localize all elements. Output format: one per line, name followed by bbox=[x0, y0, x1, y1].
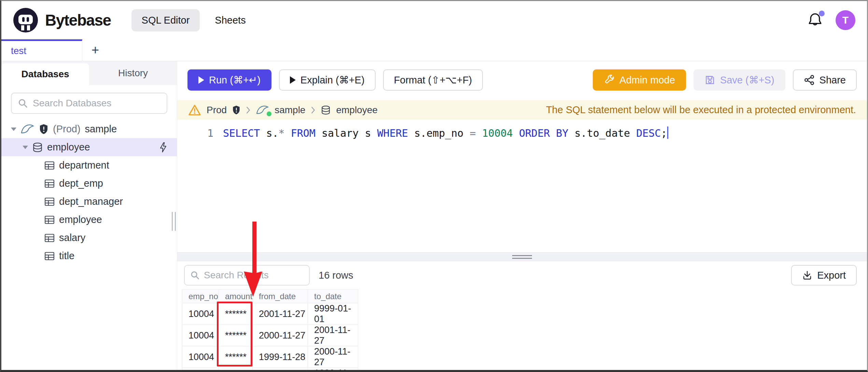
play-icon bbox=[290, 76, 296, 84]
admin-mode-button[interactable]: Admin mode bbox=[593, 69, 686, 91]
table-row[interactable]: 10004 ****** 1998-11-28 1999-11-28 bbox=[182, 368, 358, 370]
format-label: Format (⇧+⌥+F) bbox=[394, 74, 472, 86]
cell[interactable]: 1998-11-28 bbox=[253, 368, 308, 370]
breadcrumb-table[interactable]: employee bbox=[336, 105, 377, 116]
save-button[interactable]: Save (⌘+S) bbox=[694, 69, 785, 91]
row-count: 16 rows bbox=[319, 270, 353, 281]
cell-masked[interactable]: ****** bbox=[219, 303, 253, 325]
cell[interactable]: 10004 bbox=[182, 346, 219, 368]
database-icon bbox=[32, 142, 43, 152]
plus-icon: + bbox=[92, 43, 99, 57]
tree-table-salary[interactable]: salary bbox=[1, 229, 177, 247]
warning-icon bbox=[188, 104, 201, 116]
line-number: 1 bbox=[177, 125, 213, 252]
sql-code-line[interactable]: SELECT s.* FROM salary s WHERE s.emp_no … bbox=[213, 125, 668, 252]
column-header-amount[interactable]: amount bbox=[219, 290, 253, 303]
caret-down-icon[interactable] bbox=[23, 146, 28, 149]
chevron-right-icon bbox=[311, 106, 316, 114]
app-header: Bytebase SQL Editor Sheets T bbox=[1, 1, 867, 39]
body: Databases History bbox=[1, 61, 867, 370]
breadcrumb-environment[interactable]: Prod bbox=[207, 105, 227, 116]
caret-down-icon[interactable] bbox=[11, 128, 16, 131]
bytebase-sql-editor-window: Bytebase SQL Editor Sheets T test + bbox=[0, 0, 868, 372]
table-icon bbox=[44, 179, 55, 188]
cell[interactable]: 1999-11-28 bbox=[308, 368, 358, 370]
tree-table-dept-emp[interactable]: dept_emp bbox=[1, 174, 177, 192]
sheet-tab-test[interactable]: test bbox=[1, 39, 82, 61]
column-header-emp-no[interactable]: emp_no bbox=[182, 290, 219, 303]
search-results-input[interactable] bbox=[204, 270, 304, 281]
results-search bbox=[184, 265, 310, 285]
export-button[interactable]: Export bbox=[791, 265, 857, 285]
cell[interactable]: 2001-11-27 bbox=[253, 303, 308, 325]
results-toolbar: 16 rows Export bbox=[177, 261, 867, 289]
search-databases-input[interactable] bbox=[33, 98, 160, 109]
lightning-icon[interactable] bbox=[158, 142, 168, 153]
tree-table-title[interactable]: title bbox=[1, 247, 177, 265]
save-icon bbox=[704, 75, 715, 85]
sql-editor[interactable]: 1 SELECT s.* FROM salary s WHERE s.emp_n… bbox=[177, 120, 867, 252]
tree-table-department[interactable]: department bbox=[1, 156, 177, 174]
save-label: Save (⌘+S) bbox=[720, 74, 774, 86]
table-icon bbox=[44, 161, 55, 170]
sidebar-resize-handle[interactable] bbox=[172, 212, 176, 231]
shield-alert-icon bbox=[39, 124, 48, 135]
database-icon bbox=[321, 105, 331, 115]
breadcrumb-database[interactable]: sample bbox=[275, 105, 305, 116]
cell-masked[interactable]: ****** bbox=[219, 325, 253, 346]
avatar[interactable]: T bbox=[836, 10, 855, 30]
nav-sheets[interactable]: Sheets bbox=[215, 15, 246, 26]
tree-database-employee[interactable]: employee bbox=[1, 138, 177, 156]
connection-name: sample bbox=[85, 123, 117, 135]
nav-sql-editor[interactable]: SQL Editor bbox=[131, 9, 200, 31]
tab-history[interactable]: History bbox=[89, 61, 177, 85]
cell[interactable]: 2000-11-27 bbox=[253, 325, 308, 346]
table-name: title bbox=[59, 250, 74, 262]
run-label: Run (⌘+↵) bbox=[209, 74, 261, 86]
explain-button[interactable]: Explain (⌘+E) bbox=[279, 69, 376, 91]
cell-masked[interactable]: ****** bbox=[219, 368, 253, 370]
mysql-dolphin-icon bbox=[256, 105, 269, 115]
table-row[interactable]: 10004 ****** 1999-11-28 2000-11-27 bbox=[182, 346, 358, 368]
table-row[interactable]: 10004 ****** 2000-11-27 2001-11-27 bbox=[182, 325, 358, 346]
tree-connection[interactable]: (Prod) sample bbox=[1, 120, 177, 138]
cell[interactable]: 10004 bbox=[182, 303, 219, 325]
cell[interactable]: 10004 bbox=[182, 325, 219, 346]
share-label: Share bbox=[820, 75, 846, 86]
tree-table-dept-manager[interactable]: dept_manager bbox=[1, 192, 177, 211]
share-icon bbox=[804, 75, 815, 85]
tree-table-employee[interactable]: employee bbox=[1, 211, 177, 229]
export-label: Export bbox=[817, 270, 846, 281]
run-button[interactable]: Run (⌘+↵) bbox=[187, 69, 271, 91]
notification-bell-icon[interactable] bbox=[808, 12, 823, 28]
new-sheet-button[interactable]: + bbox=[82, 39, 108, 61]
protected-environment-message: The SQL statement below will be executed… bbox=[546, 104, 856, 116]
bytebase-logo[interactable]: Bytebase bbox=[13, 8, 111, 33]
main-panel: Run (⌘+↵) Explain (⌘+E) Format (⇧+⌥+F) A… bbox=[177, 61, 867, 370]
share-button[interactable]: Share bbox=[793, 69, 857, 91]
editor-toolbar: Run (⌘+↵) Explain (⌘+E) Format (⇧+⌥+F) A… bbox=[177, 61, 867, 100]
cell[interactable]: 10004 bbox=[182, 368, 219, 370]
protected-environment-banner: Prod sample bbox=[177, 100, 867, 120]
table-row[interactable]: 10004 ****** 2001-11-27 9999-01-01 bbox=[182, 303, 358, 325]
column-header-from-date[interactable]: from_date bbox=[253, 290, 308, 303]
explain-label: Explain (⌘+E) bbox=[300, 74, 365, 86]
sheet-tab-label: test bbox=[11, 45, 26, 56]
table-name: salary bbox=[59, 232, 85, 243]
column-header-to-date[interactable]: to_date bbox=[308, 290, 358, 303]
text-cursor bbox=[667, 127, 668, 139]
cell[interactable]: 9999-01-01 bbox=[308, 303, 358, 325]
results-resize-handle[interactable] bbox=[177, 252, 867, 261]
cell[interactable]: 1999-11-28 bbox=[253, 346, 308, 368]
cell-masked[interactable]: ****** bbox=[219, 346, 253, 368]
sidebar: Databases History bbox=[1, 61, 177, 370]
cell[interactable]: 2000-11-27 bbox=[308, 346, 358, 368]
bytebase-logo-icon bbox=[13, 8, 38, 33]
table-icon bbox=[44, 234, 55, 242]
notification-dot bbox=[819, 11, 825, 16]
format-button[interactable]: Format (⇧+⌥+F) bbox=[383, 69, 483, 91]
chevron-right-icon bbox=[246, 106, 251, 114]
tab-databases[interactable]: Databases bbox=[1, 63, 89, 85]
admin-mode-label: Admin mode bbox=[619, 75, 675, 86]
cell[interactable]: 2001-11-27 bbox=[308, 325, 358, 346]
